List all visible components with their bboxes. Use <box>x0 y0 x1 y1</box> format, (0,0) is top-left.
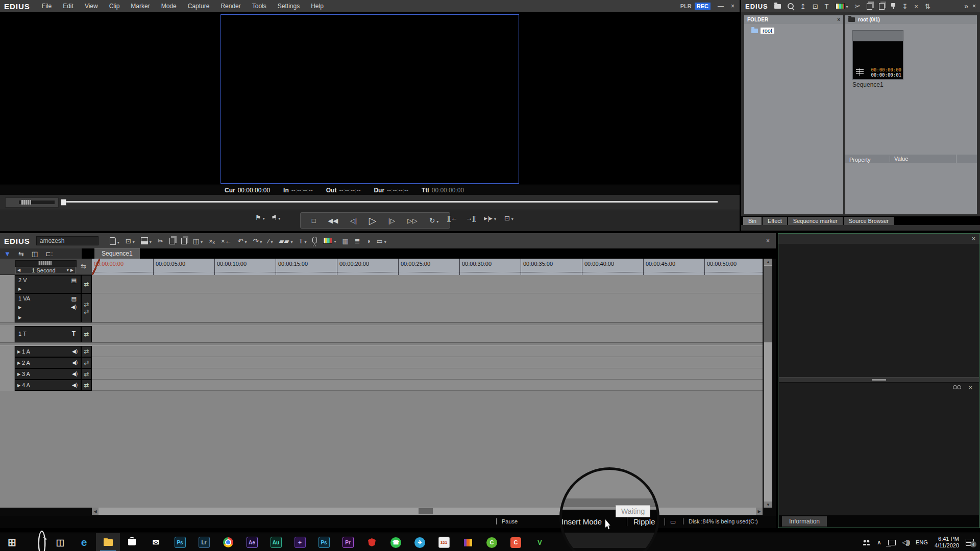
track-patch-4-a[interactable]: ⇄ <box>81 380 92 391</box>
open-button[interactable]: ⊡▾ <box>126 238 135 244</box>
vertical-scroll-thumb[interactable] <box>764 266 772 342</box>
taskbar-audition[interactable]: Au <box>264 533 288 551</box>
sequence-tab[interactable]: Sequence1 <box>94 248 140 259</box>
export-button[interactable]: ▾ <box>323 238 336 244</box>
zoom-slider-track[interactable] <box>15 260 77 267</box>
menu-mode[interactable]: Mode <box>156 1 182 12</box>
play-button[interactable]: ▷ <box>369 216 377 226</box>
track-header-4-a[interactable]: ▶4 A◀) <box>15 380 81 391</box>
mark-in-button[interactable]: ⚑▾ <box>255 214 265 221</box>
save-button[interactable]: ▾ <box>141 237 152 244</box>
shuttle-thumb[interactable] <box>21 200 31 205</box>
taskbar-mail[interactable]: ✉ <box>144 533 168 551</box>
menu-render[interactable]: Render <box>215 1 246 12</box>
taskbar-file-explorer[interactable] <box>96 533 120 551</box>
info-close-button[interactable]: × <box>972 235 975 242</box>
taskbar-media-player[interactable]: 321 <box>432 533 456 551</box>
vertical-scrollbar[interactable]: ▲ ▼ <box>764 259 772 508</box>
horizontal-scrollbar[interactable]: ◀ ▶ <box>92 508 763 515</box>
menu-capture[interactable]: Capture <box>182 1 215 12</box>
folder-button[interactable] <box>774 4 781 9</box>
scroll-right-icon[interactable]: ▶ <box>756 508 763 515</box>
taskbar-premiere[interactable]: Pr <box>336 533 360 551</box>
next-frame-button[interactable]: |▷ <box>388 217 395 224</box>
taskbar-chrome[interactable] <box>216 533 240 551</box>
play-around-cursor-button[interactable]: ▸|▸▾ <box>484 215 496 221</box>
add-clip-button[interactable]: ◫▾ <box>193 238 203 244</box>
property-column[interactable]: Property <box>845 156 890 162</box>
new-button[interactable]: ▾ <box>110 237 119 245</box>
tab-information[interactable]: Information <box>782 516 827 527</box>
notifications-icon[interactable]: 4 <box>966 539 974 546</box>
track-header-2-a[interactable]: ▶2 A◀) <box>15 357 81 368</box>
track-header-2-v[interactable]: 2 V▤▶ <box>15 275 81 293</box>
taskbar-whatsapp[interactable]: ☎ <box>384 533 408 551</box>
taskbar-photoshop[interactable]: Ps <box>168 533 192 551</box>
project-name-field[interactable]: amozesh <box>36 236 99 245</box>
shuttle-box[interactable] <box>5 197 59 208</box>
taskbar-video-app[interactable]: V <box>528 533 552 551</box>
minimize-button[interactable]: — <box>718 3 724 10</box>
status-monitor-icon[interactable]: ▭ <box>665 518 676 525</box>
mixer-button[interactable]: ≣ <box>355 238 360 244</box>
jump-to-out-button[interactable]: →][ <box>465 215 476 221</box>
menu-tools[interactable]: Tools <box>247 1 272 12</box>
title-button[interactable]: T <box>825 3 829 10</box>
monitor-button[interactable]: ▭▾ <box>377 238 386 244</box>
taskbar-after-effects[interactable]: Ae <box>240 533 264 551</box>
track-patch-1-t[interactable]: ⇄ <box>81 326 92 342</box>
menu-marker[interactable]: Marker <box>125 1 155 12</box>
stop-button[interactable]: □ <box>312 217 316 224</box>
rewind-button[interactable]: ◀◀ <box>328 217 338 224</box>
taskbar-camtasia[interactable]: C <box>480 533 504 551</box>
menu-settings[interactable]: Settings <box>272 1 305 12</box>
taskbar-security[interactable] <box>360 533 384 551</box>
search-button[interactable] <box>788 3 794 9</box>
clock[interactable]: 6:41 PM 4/11/2020 <box>935 536 959 549</box>
menu-help[interactable]: Help <box>305 1 329 12</box>
close-button[interactable]: × <box>731 3 734 10</box>
color-button[interactable]: ◑ <box>366 238 371 244</box>
fast-forward-button[interactable]: ▷▷ <box>407 217 418 224</box>
track-patch-2-v[interactable]: ⇄ <box>81 275 92 293</box>
taskbar-lightroom[interactable]: Lr <box>192 533 216 551</box>
redo-button[interactable]: ↷▾ <box>253 238 262 244</box>
scale-next-icon[interactable]: ▶ <box>70 268 74 272</box>
hidden-icons-chevron-icon[interactable]: ∧ <box>877 539 881 546</box>
track-header-1-va[interactable]: 1 VA▤▶◀)▶ <box>15 293 81 322</box>
title-button[interactable]: T▾ <box>299 238 307 244</box>
player-mode-button[interactable]: PLR <box>680 3 692 9</box>
track-lane-3-a[interactable] <box>92 368 763 380</box>
up-button[interactable]: ↥ <box>800 3 806 10</box>
razor-button[interactable]: ∕▾ <box>268 238 273 244</box>
track-header-1-a[interactable]: ▶1 A◀) <box>15 346 81 357</box>
tab-source-browser[interactable]: Source Browser <box>844 217 894 225</box>
taskbar-store[interactable] <box>120 533 144 551</box>
import-button[interactable]: ⊡ <box>813 3 818 10</box>
sync-mode-button[interactable]: ◫ <box>32 251 38 257</box>
scroll-left-icon[interactable]: ◀ <box>92 508 99 515</box>
track-lane-1-va[interactable] <box>92 293 763 322</box>
taskbar-winrar[interactable] <box>456 533 480 551</box>
voiceover-button[interactable] <box>312 237 317 245</box>
taskbar-edge[interactable]: e <box>72 533 96 551</box>
group-mode-button[interactable]: ⊏: <box>45 251 53 257</box>
taskbar-camtasia-recorder[interactable]: C <box>504 533 528 551</box>
track-lane-1-t[interactable] <box>92 326 763 342</box>
tab-sequence-marker[interactable]: Sequence marker <box>788 217 843 225</box>
grid-button[interactable]: ▦ <box>342 238 349 244</box>
bin-close-button[interactable]: × <box>972 3 976 10</box>
info-divider[interactable] <box>779 377 979 383</box>
mark-out-button[interactable]: ⚑▾ <box>271 214 281 221</box>
timeline-ruler[interactable]: 00:00:00:0000:00:05:0000:00:10:0000:00:1… <box>92 259 763 275</box>
scale-select[interactable]: ◀ 1 Second ▾ ▶ <box>15 267 76 274</box>
recorder-mode-button[interactable]: REC <box>695 3 710 10</box>
track-lane-2-v[interactable] <box>92 275 763 293</box>
taskbar-media-encoder[interactable]: ✦ <box>288 533 312 551</box>
transition-button[interactable]: ▰▰▾ <box>279 238 293 244</box>
folder-panel-close-icon[interactable]: × <box>837 17 840 22</box>
clip-sequence1[interactable]: 00:00:00:00 00:00:00:01 Sequence1 <box>852 30 903 88</box>
language-indicator[interactable]: ENG <box>916 539 928 545</box>
track-lane-2-a[interactable] <box>92 357 763 368</box>
delete-button[interactable]: × <box>914 3 918 10</box>
